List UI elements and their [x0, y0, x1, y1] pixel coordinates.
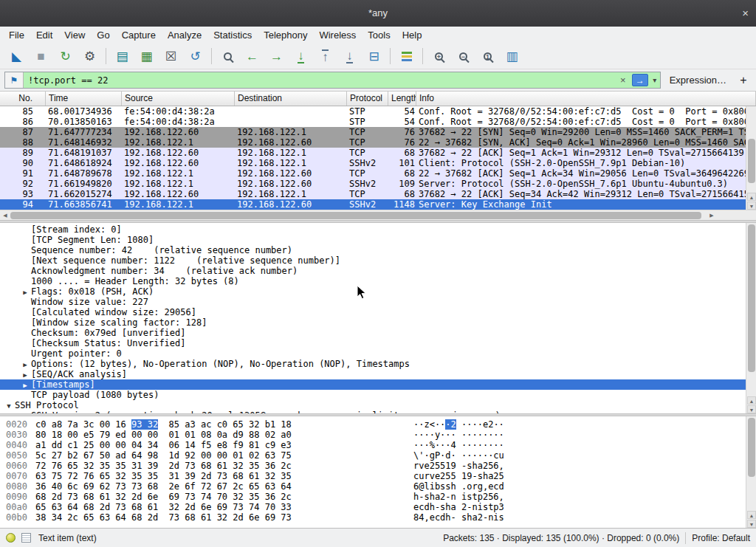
- packet-row[interactable]: 9171.648789678192.168.122.1192.168.122.6…: [0, 168, 756, 179]
- scroll-down-icon[interactable]: ▼: [747, 202, 756, 210]
- expander-icon[interactable]: ▶: [19, 287, 31, 297]
- scrollbar-thumb[interactable]: [748, 224, 755, 372]
- detail-line[interactable]: ▶SSH Version 2 (encryption:chacha20-poly…: [0, 410, 756, 413]
- capture-options-button[interactable]: ⚙: [78, 46, 101, 66]
- hex-row[interactable]: 009068 2d 73 68 61 32 2d 6e 69 73 74 70 …: [6, 492, 756, 502]
- menu-view[interactable]: View: [58, 28, 91, 42]
- bookmark-button[interactable]: ⚑: [5, 72, 24, 88]
- go-back-button[interactable]: ←: [241, 46, 264, 66]
- packet-list-scrollbar[interactable]: ▲ ▼: [746, 106, 756, 210]
- scroll-right-icon[interactable]: ▶: [707, 211, 716, 220]
- expander-icon[interactable]: ▶: [19, 411, 31, 413]
- column-header-proto[interactable]: Protocol: [347, 92, 388, 106]
- hscrollbar-thumb[interactable]: [10, 212, 701, 219]
- zoom-original-button[interactable]: 1: [476, 46, 499, 66]
- packet-row[interactable]: 9471.663856741192.168.122.1192.168.122.6…: [0, 199, 756, 210]
- detail-line[interactable]: Sequence number: 42 (relative sequence n…: [0, 245, 756, 255]
- packet-row[interactable]: 8670.013850163fe:54:00:d4:38:2aSTP54Conf…: [0, 117, 756, 127]
- menu-file[interactable]: File: [3, 28, 30, 42]
- detail-line[interactable]: Acknowledgment number: 34 (relative ack …: [0, 266, 756, 276]
- column-header-source[interactable]: Source: [122, 92, 235, 106]
- restart-capture-button[interactable]: ↻: [54, 46, 77, 66]
- hex-row[interactable]: 00b038 34 2c 65 63 64 68 2d 73 68 61 32 …: [6, 512, 756, 523]
- hex-row[interactable]: 003080 18 00 e5 79 ed 00 00 01 01 08 0a …: [6, 430, 756, 440]
- detail-line[interactable]: Urgent pointer: 0: [0, 348, 756, 359]
- add-filter-button[interactable]: +: [735, 74, 752, 87]
- go-last-button[interactable]: ↓: [338, 46, 361, 66]
- expander-icon[interactable]: ▶: [19, 359, 31, 369]
- menu-go[interactable]: Go: [91, 28, 115, 42]
- clear-filter-icon[interactable]: ×: [616, 75, 630, 86]
- menu-analyze[interactable]: Analyze: [162, 28, 207, 42]
- expert-info-icon[interactable]: [6, 533, 16, 543]
- auto-scroll-button[interactable]: ⊟: [362, 46, 385, 66]
- detail-line[interactable]: [Calculated window size: 29056]: [0, 307, 756, 317]
- packet-row[interactable]: 9271.661949820192.168.122.1192.168.122.6…: [0, 179, 756, 189]
- expander-icon[interactable]: ▶: [19, 380, 31, 390]
- capture-comment-icon[interactable]: [21, 533, 31, 543]
- menu-statistics[interactable]: Statistics: [207, 28, 258, 42]
- zoom-out-button[interactable]: −: [452, 46, 475, 66]
- zoom-in-button[interactable]: +: [427, 46, 450, 66]
- go-to-packet-button[interactable]: ↓: [289, 46, 312, 66]
- hex-row[interactable]: 0020c0 a8 7a 3c 00 16 93 32 85 a3 ac c0 …: [6, 419, 756, 430]
- menu-edit[interactable]: Edit: [30, 28, 58, 42]
- expander-icon[interactable]: ▶: [19, 370, 31, 379]
- detail-line[interactable]: ▶[SEQ/ACK analysis]: [0, 369, 756, 379]
- reload-file-button[interactable]: ↺: [184, 46, 207, 66]
- detail-line[interactable]: 1000 .... = Header Length: 32 bytes (8): [0, 276, 756, 286]
- go-first-button[interactable]: ↑: [314, 46, 337, 66]
- packet-row[interactable]: 8568.001734936fe:54:00:d4:38:2aSTP54Conf…: [0, 106, 756, 117]
- column-header-info[interactable]: Info: [416, 92, 756, 106]
- start-capture-button[interactable]: ◣: [5, 46, 28, 66]
- hex-row[interactable]: 007063 75 72 76 65 32 35 35 31 39 2d 73 …: [6, 471, 756, 481]
- menu-tools[interactable]: Tools: [362, 28, 396, 42]
- menu-capture[interactable]: Capture: [116, 28, 162, 42]
- resize-columns-button[interactable]: ▥: [501, 46, 523, 66]
- display-filter-input[interactable]: !tcp.port == 22: [24, 75, 616, 86]
- save-file-button[interactable]: ▦: [135, 46, 158, 66]
- stop-capture-button[interactable]: ■: [30, 46, 52, 66]
- find-packet-button[interactable]: [216, 46, 239, 66]
- detail-line[interactable]: [Stream index: 0]: [0, 224, 756, 235]
- scrollbar-thumb[interactable]: [748, 139, 755, 183]
- hex-row[interactable]: 0040a1 dd c1 25 00 00 04 34 06 14 f5 e8 …: [6, 440, 756, 450]
- packet-row[interactable]: 8871.648146932192.168.122.1192.168.122.6…: [0, 137, 756, 148]
- scrollbar-thumb[interactable]: [748, 418, 755, 477]
- close-window-icon[interactable]: ×: [742, 0, 749, 27]
- scroll-up-icon[interactable]: ▲: [747, 396, 756, 405]
- scroll-up-icon[interactable]: ▲: [747, 511, 756, 519]
- scroll-up-icon[interactable]: ▲: [747, 193, 756, 201]
- menu-wireless[interactable]: Wireless: [313, 28, 362, 42]
- packet-row[interactable]: 8771.647777234192.168.122.60192.168.122.…: [0, 127, 756, 137]
- detail-line[interactable]: [Checksum Status: Unverified]: [0, 338, 756, 348]
- column-header-no[interactable]: No.: [0, 92, 46, 106]
- detail-line[interactable]: Checksum: 0x79ed [unverified]: [0, 328, 756, 338]
- apply-filter-button[interactable]: →: [632, 74, 648, 86]
- detail-line[interactable]: [TCP Segment Len: 1080]: [0, 235, 756, 245]
- detail-line[interactable]: ▼SSH Protocol: [0, 400, 756, 410]
- detail-line[interactable]: [Next sequence number: 1122 (relative se…: [0, 255, 756, 266]
- hex-row[interactable]: 00505c 27 b2 67 50 ad 64 98 1d 92 00 00 …: [6, 450, 756, 461]
- expression-button[interactable]: Expression…: [661, 75, 735, 86]
- go-forward-button[interactable]: →: [265, 46, 288, 66]
- details-scrollbar[interactable]: ▲ ▼: [746, 223, 756, 413]
- column-header-len[interactable]: Length: [388, 92, 416, 106]
- detail-line[interactable]: [Window size scaling factor: 128]: [0, 317, 756, 328]
- status-profile[interactable]: Profile: Default: [692, 533, 750, 543]
- detail-line[interactable]: ▶Flags: 0x018 (PSH, ACK): [0, 286, 756, 297]
- packet-row[interactable]: 8971.648191037192.168.122.60192.168.122.…: [0, 148, 756, 158]
- menu-telephony[interactable]: Telephony: [258, 28, 313, 42]
- packet-list-hscrollbar[interactable]: ◀ ▶: [0, 210, 756, 220]
- hex-row[interactable]: 006072 76 65 32 35 35 31 39 2d 73 68 61 …: [6, 461, 756, 471]
- column-header-dest[interactable]: Destination: [235, 92, 347, 106]
- scroll-left-icon[interactable]: ◀: [1, 211, 10, 220]
- scroll-down-icon[interactable]: ▼: [747, 520, 756, 528]
- detail-line[interactable]: ▶[Timestamps]: [0, 379, 756, 390]
- hex-scrollbar[interactable]: ▲ ▼: [746, 416, 756, 528]
- menu-help[interactable]: Help: [396, 28, 428, 42]
- scroll-down-icon[interactable]: ▼: [747, 405, 756, 413]
- hex-row[interactable]: 008036 40 6c 69 62 73 73 68 2e 6f 72 67 …: [6, 481, 756, 492]
- hex-row[interactable]: 00a065 63 64 68 2d 73 68 61 32 2d 6e 69 …: [6, 502, 756, 512]
- filter-dropdown-caret-icon[interactable]: ▾: [650, 76, 660, 84]
